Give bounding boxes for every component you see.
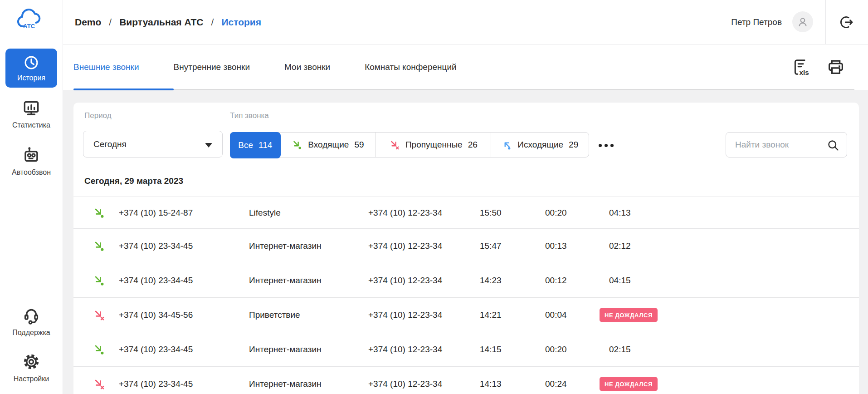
tab-internal-calls[interactable]: Внутренние звонки xyxy=(174,62,250,72)
print-button[interactable] xyxy=(826,57,845,77)
export-xls-button[interactable]: xls xyxy=(791,57,810,77)
callee-number: +374 (10) 12-23-34 xyxy=(368,345,442,355)
sidebar: АТС История Статистика Автообзвон xyxy=(0,0,63,394)
wait-duration: 00:13 xyxy=(545,241,567,251)
incoming-call-icon xyxy=(93,343,105,355)
status-badge: НЕ ДОЖДАЛСЯ xyxy=(600,308,658,322)
callee-number: +374 (10) 12-23-34 xyxy=(368,379,442,389)
period-select[interactable]: Сегодня xyxy=(83,131,223,158)
avatar[interactable] xyxy=(792,11,813,32)
status-badge: НЕ ДОЖДАЛСЯ xyxy=(600,377,658,391)
call-type-label: Тип звонка xyxy=(230,111,269,120)
caller-number: +374 (10) 23-34-45 xyxy=(119,241,193,251)
search-icon[interactable] xyxy=(827,139,839,152)
caller-number: +374 (10) 23-34-45 xyxy=(119,345,193,355)
cloud-icon: АТС xyxy=(16,5,46,36)
call-time: 15:50 xyxy=(480,208,502,218)
date-heading: Сегодня, 29 марта 2023 xyxy=(84,176,183,186)
tab-track xyxy=(73,89,854,90)
incoming-call-icon xyxy=(292,139,302,150)
filter-label: Входящие xyxy=(308,140,349,150)
dot xyxy=(610,144,614,147)
call-type-filter: Все 114 Входящие 59 Пропущенные 26 xyxy=(230,132,589,158)
filter-incoming-button[interactable]: Входящие 59 xyxy=(280,133,375,157)
logout-button[interactable] xyxy=(839,15,853,30)
filter-all-button[interactable]: Все 114 xyxy=(230,132,281,158)
call-row[interactable]: +374 (10) 23-34-45 Интернет-магазин +374… xyxy=(73,228,859,263)
talk-duration: 04:13 xyxy=(609,208,631,218)
call-name: Интернет-магазин xyxy=(249,276,322,286)
logout-icon xyxy=(839,15,853,30)
stats-monitor-icon xyxy=(22,99,40,117)
sidebar-item-history[interactable]: История xyxy=(5,49,57,88)
filter-outgoing-button[interactable]: Исходящие 29 xyxy=(491,133,589,157)
dot xyxy=(605,144,608,147)
filter-count: 59 xyxy=(354,140,364,150)
call-history-panel: Период Тип звонка Сегодня Все 114 Входящ… xyxy=(73,103,859,394)
sidebar-item-label: Автообзвон xyxy=(12,168,51,177)
sidebar-item-settings[interactable]: Настройки xyxy=(0,353,63,383)
call-row[interactable]: +374 (10) 34-45-56 Приветствие +374 (10)… xyxy=(73,297,859,332)
xls-file-icon: xls xyxy=(791,57,810,77)
call-time: 14:13 xyxy=(480,379,502,389)
missed-call-icon xyxy=(93,309,105,321)
call-row[interactable]: +374 (10) 23-34-45 Интернет-магазин +374… xyxy=(73,332,859,366)
chevron-down-icon xyxy=(205,143,212,148)
user-name: Петр Петров xyxy=(731,0,782,44)
callee-number: +374 (10) 12-23-34 xyxy=(368,276,442,286)
top-header: Demo / Виртуальная АТС / История Петр Пе… xyxy=(63,0,868,44)
call-name: Lifestyle xyxy=(249,208,281,218)
incoming-call-icon xyxy=(93,240,105,252)
breadcrumb-virtual-pbx[interactable]: Виртуальная АТС xyxy=(119,17,203,28)
filter-count: 29 xyxy=(569,140,578,150)
callee-number: +374 (10) 12-23-34 xyxy=(368,208,442,218)
header-divider xyxy=(825,0,826,44)
period-label: Период xyxy=(84,111,112,120)
talk-duration: 02:15 xyxy=(609,345,631,355)
callee-number: +374 (10) 12-23-34 xyxy=(368,310,442,320)
missed-call-icon xyxy=(389,139,400,150)
filter-count: 114 xyxy=(258,140,272,150)
tab-external-calls[interactable]: Внешние звонки xyxy=(73,62,139,72)
call-time: 14:15 xyxy=(480,345,502,355)
breadcrumb-separator: / xyxy=(211,17,214,28)
tab-my-calls[interactable]: Мои звонки xyxy=(284,62,330,72)
period-value: Сегодня xyxy=(93,139,127,149)
dot xyxy=(599,144,602,147)
call-name: Интернет-магазин xyxy=(249,241,322,251)
headset-icon xyxy=(22,305,40,325)
breadcrumb: Demo / Виртуальная АТС / История xyxy=(75,0,261,44)
incoming-call-icon xyxy=(93,274,105,286)
sidebar-item-statistics[interactable]: Статистика xyxy=(0,99,63,129)
svg-text:АТС: АТС xyxy=(23,23,35,30)
talk-duration: 02:12 xyxy=(609,241,631,251)
call-row[interactable]: +374 (10) 23-34-45 Интернет-магазин +374… xyxy=(73,366,859,394)
call-time: 15:47 xyxy=(480,241,502,251)
call-rows: +374 (10) 15-24-87 Lifestyle +374 (10) 1… xyxy=(73,197,859,394)
tab-conference-rooms[interactable]: Комнаты конференций xyxy=(365,62,457,72)
wait-duration: 00:24 xyxy=(545,379,567,389)
call-row[interactable]: +374 (10) 23-34-45 Интернет-магазин +374… xyxy=(73,263,859,297)
callee-number: +374 (10) 12-23-34 xyxy=(368,241,442,251)
call-time: 14:23 xyxy=(480,276,502,286)
wait-duration: 00:12 xyxy=(545,276,567,286)
robot-icon xyxy=(22,145,40,164)
sidebar-item-label: История xyxy=(17,74,45,82)
talk-duration: 04:15 xyxy=(609,276,631,286)
search-box xyxy=(726,132,847,158)
active-tab-underline xyxy=(73,89,174,90)
call-time: 14:21 xyxy=(480,310,502,320)
tab-bar: Внешние звонки Внутренние звонки Мои зво… xyxy=(63,44,868,90)
breadcrumb-demo[interactable]: Demo xyxy=(75,17,101,28)
filter-missed-button[interactable]: Пропущенные 26 xyxy=(375,133,490,157)
breadcrumb-history-current: История xyxy=(221,17,261,28)
user-icon xyxy=(796,15,809,28)
filter-label: Пропущенные xyxy=(405,140,463,150)
call-row[interactable]: +374 (10) 15-24-87 Lifestyle +374 (10) 1… xyxy=(73,197,859,228)
sidebar-item-support[interactable]: Поддержка xyxy=(0,305,63,337)
caller-number: +374 (10) 23-34-45 xyxy=(119,276,193,286)
more-call-types-button[interactable] xyxy=(599,141,619,150)
wait-duration: 00:20 xyxy=(545,208,567,218)
atc-cloud-logo[interactable]: АТС xyxy=(16,5,46,36)
sidebar-item-autodial[interactable]: Автообзвон xyxy=(0,145,63,177)
